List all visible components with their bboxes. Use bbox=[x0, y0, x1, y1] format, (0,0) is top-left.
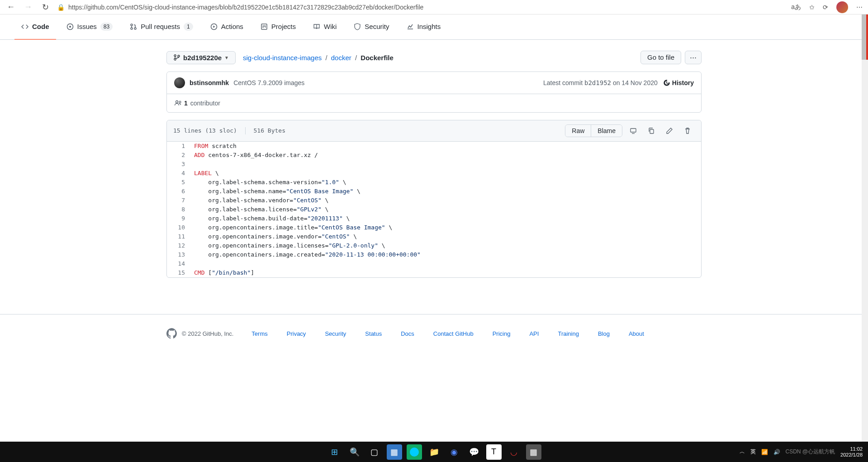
tab-label: Projects bbox=[271, 23, 296, 30]
code-line[interactable]: 8 org.label-schema.license="GPLv2" \ bbox=[167, 205, 701, 214]
tab-code[interactable]: Code bbox=[14, 14, 56, 40]
tab-issues[interactable]: Issues 83 bbox=[60, 14, 120, 40]
author-avatar[interactable] bbox=[174, 77, 185, 88]
line-content: org.opencontainers.image.created="2020-1… bbox=[190, 250, 701, 259]
tab-label: Actions bbox=[221, 23, 243, 30]
footer-link[interactable]: Contact GitHub bbox=[433, 330, 474, 337]
code-line[interactable]: 11 org.opencontainers.image.vendor="Cent… bbox=[167, 232, 701, 241]
tab-pull-requests[interactable]: Pull requests 1 bbox=[123, 14, 199, 40]
favorite-icon[interactable]: ✩ bbox=[809, 4, 815, 11]
repo-tabs: Code Issues 83 Pull requests 1 Actions P… bbox=[0, 14, 868, 40]
line-content: org.label-schema.name="CentOS Base Image… bbox=[190, 187, 701, 196]
footer-link[interactable]: Terms bbox=[251, 330, 267, 337]
tab-wiki[interactable]: Wiki bbox=[306, 14, 343, 40]
github-icon[interactable] bbox=[166, 328, 177, 339]
code-line[interactable]: 7 org.label-schema.vendor="CentOS" \ bbox=[167, 196, 701, 205]
code-line[interactable]: 3 bbox=[167, 160, 701, 169]
line-number[interactable]: 11 bbox=[167, 232, 190, 241]
scrollbar[interactable] bbox=[862, 14, 868, 380]
line-number[interactable]: 12 bbox=[167, 241, 190, 250]
contributors-row[interactable]: 1 contributor bbox=[167, 94, 701, 112]
footer-link[interactable]: About bbox=[629, 330, 644, 337]
branch-icon bbox=[173, 54, 180, 61]
line-content: org.label-schema.schema-version="1.0" \ bbox=[190, 178, 701, 187]
line-number[interactable]: 15 bbox=[167, 268, 190, 277]
footer-link[interactable]: Privacy bbox=[287, 330, 306, 337]
line-number[interactable]: 14 bbox=[167, 259, 190, 268]
code-line[interactable]: 4LABEL \ bbox=[167, 169, 701, 178]
footer-link[interactable]: Status bbox=[365, 330, 382, 337]
pulls-count: 1 bbox=[184, 23, 193, 31]
edit-button[interactable] bbox=[662, 124, 677, 137]
line-number[interactable]: 4 bbox=[167, 169, 190, 178]
commit-author[interactable]: bstinsonmhk bbox=[190, 79, 229, 86]
tab-projects[interactable]: Projects bbox=[254, 14, 303, 40]
history-icon[interactable]: ⟳ bbox=[823, 4, 828, 11]
branch-selector[interactable]: b2d195220e ▼ bbox=[166, 51, 236, 64]
go-to-file-button[interactable]: Go to file bbox=[640, 51, 681, 64]
footer-link[interactable]: Security bbox=[325, 330, 346, 337]
tab-label: Pull requests bbox=[141, 23, 180, 30]
code-line[interactable]: 6 org.label-schema.name="CentOS Base Ima… bbox=[167, 187, 701, 196]
code-icon bbox=[21, 23, 28, 30]
reload-button[interactable]: ↻ bbox=[40, 2, 51, 13]
lock-icon: 🔒 bbox=[57, 4, 65, 11]
address-bar[interactable]: 🔒 https://github.com/CentOS/sig-cloud-in… bbox=[57, 4, 785, 11]
copy-button[interactable] bbox=[644, 124, 659, 137]
footer-link[interactable]: Blog bbox=[598, 330, 610, 337]
blame-button[interactable]: Blame bbox=[591, 125, 622, 137]
line-number[interactable]: 10 bbox=[167, 223, 190, 232]
footer-link[interactable]: API bbox=[529, 330, 539, 337]
breadcrumb-repo[interactable]: sig-cloud-instance-images bbox=[243, 54, 322, 62]
line-number[interactable]: 8 bbox=[167, 205, 190, 214]
code-line[interactable]: 10 org.opencontainers.image.title="CentO… bbox=[167, 223, 701, 232]
tab-security[interactable]: Security bbox=[347, 14, 396, 40]
line-content: org.opencontainers.image.title="CentOS B… bbox=[190, 223, 701, 232]
code-line[interactable]: 1FROM scratch bbox=[167, 142, 701, 151]
footer-link[interactable]: Pricing bbox=[493, 330, 511, 337]
code-line[interactable]: 15CMD ["/bin/bash"] bbox=[167, 268, 701, 277]
code-line[interactable]: 14 bbox=[167, 259, 701, 268]
line-content: ADD centos-7-x86_64-docker.tar.xz / bbox=[190, 151, 701, 160]
line-number[interactable]: 3 bbox=[167, 160, 190, 169]
line-number[interactable]: 5 bbox=[167, 178, 190, 187]
tab-insights[interactable]: Insights bbox=[400, 14, 448, 40]
commit-sha[interactable]: b2d1952 bbox=[584, 79, 611, 86]
line-number[interactable]: 7 bbox=[167, 196, 190, 205]
footer-link[interactable]: Docs bbox=[401, 330, 414, 337]
line-content: org.opencontainers.image.vendor="CentOS"… bbox=[190, 232, 701, 241]
code-line[interactable]: 5 org.label-schema.schema-version="1.0" … bbox=[167, 178, 701, 187]
desktop-button[interactable] bbox=[626, 124, 640, 137]
breadcrumb: sig-cloud-instance-images / docker / Doc… bbox=[243, 54, 394, 62]
footer-link[interactable]: Training bbox=[558, 330, 579, 337]
code-line[interactable]: 12 org.opencontainers.image.licenses="GP… bbox=[167, 241, 701, 250]
back-button[interactable]: ← bbox=[5, 2, 16, 13]
history-button[interactable]: History bbox=[663, 79, 694, 86]
line-number[interactable]: 6 bbox=[167, 187, 190, 196]
code-line[interactable]: 2ADD centos-7-x86_64-docker.tar.xz / bbox=[167, 151, 701, 160]
menu-icon[interactable]: ⋯ bbox=[856, 4, 863, 11]
delete-button[interactable] bbox=[680, 124, 695, 137]
issue-icon bbox=[66, 23, 74, 30]
tab-label: Issues bbox=[77, 23, 97, 30]
code-line[interactable]: 9 org.label-schema.build-date="20201113"… bbox=[167, 214, 701, 223]
code-line[interactable]: 13 org.opencontainers.image.created="202… bbox=[167, 250, 701, 259]
more-options-button[interactable]: ⋯ bbox=[685, 51, 702, 64]
people-icon bbox=[174, 100, 181, 107]
line-number[interactable]: 1 bbox=[167, 142, 190, 151]
line-number[interactable]: 2 bbox=[167, 151, 190, 160]
graph-icon bbox=[407, 23, 414, 30]
profile-avatar[interactable] bbox=[836, 1, 848, 13]
raw-button[interactable]: Raw bbox=[565, 125, 591, 137]
line-content: org.label-schema.license="GPLv2" \ bbox=[190, 205, 701, 214]
breadcrumb-dir[interactable]: docker bbox=[331, 54, 351, 62]
line-number[interactable]: 9 bbox=[167, 214, 190, 223]
line-number[interactable]: 13 bbox=[167, 250, 190, 259]
commit-date[interactable]: 14 Nov 2020 bbox=[621, 79, 657, 86]
svg-point-10 bbox=[176, 101, 178, 103]
translate-icon[interactable]: aあ bbox=[791, 3, 801, 11]
history-icon bbox=[663, 79, 670, 86]
commit-message[interactable]: CentOS 7.9.2009 images bbox=[233, 79, 304, 86]
forward-button[interactable]: → bbox=[23, 2, 33, 13]
tab-actions[interactable]: Actions bbox=[204, 14, 250, 40]
